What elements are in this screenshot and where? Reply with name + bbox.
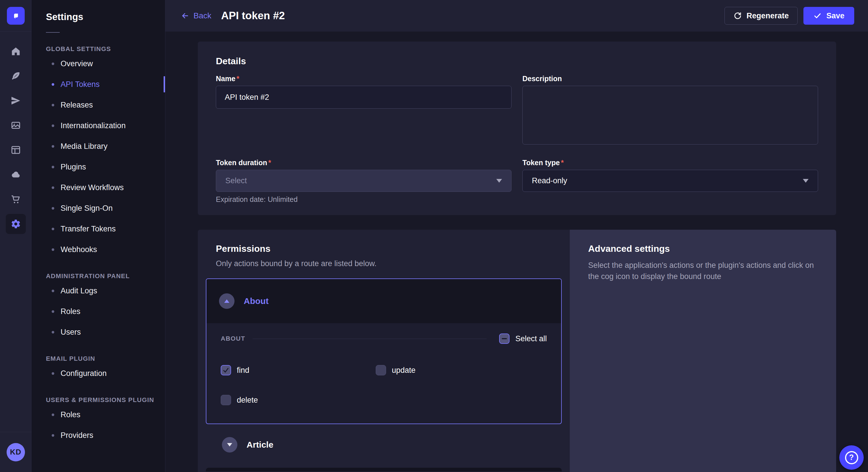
check-icon: [813, 11, 822, 20]
sidebar-item-plugins[interactable]: Plugins: [32, 157, 165, 177]
type-field-group: Token type* Read-only: [522, 159, 818, 204]
sidebar-item-label: Review Workflows: [61, 183, 124, 192]
rail-user-area: KD: [0, 432, 31, 472]
about-subsection-row: ABOUT Select all: [221, 334, 547, 344]
find-checkbox[interactable]: [221, 365, 231, 375]
feather-icon[interactable]: [0, 64, 32, 88]
accordion-article-header[interactable]: Article: [206, 436, 562, 454]
sidebar-item-media-library[interactable]: Media Library: [32, 136, 165, 157]
type-select[interactable]: Read-only: [522, 170, 818, 192]
advanced-settings-panel: Advanced settings Select the application…: [570, 230, 836, 472]
arrow-left-icon: [181, 11, 189, 20]
bullet-icon: [52, 310, 54, 313]
save-button[interactable]: Save: [803, 7, 854, 25]
sidebar-item-label: Transfer Tokens: [61, 225, 116, 233]
nav-section-global: GLOBAL SETTINGS Overview API Tokens Rele…: [32, 45, 165, 260]
check-icon: [222, 367, 229, 374]
sidebar-item-email-configuration[interactable]: Configuration: [32, 363, 165, 384]
cloud-icon[interactable]: [0, 162, 32, 187]
sidebar-item-transfer-tokens[interactable]: Transfer Tokens: [32, 218, 165, 239]
chevron-down-icon: [496, 179, 502, 183]
nav-section-label: EMAIL PLUGIN: [32, 355, 165, 363]
sidebar-item-up-roles[interactable]: Roles: [32, 404, 165, 425]
back-link[interactable]: Back: [181, 11, 211, 20]
bullet-icon: [52, 413, 54, 416]
gear-icon[interactable]: [0, 212, 32, 236]
question-mark-icon: ?: [845, 451, 858, 464]
permissions-panel: Permissions Only actions bound by a rout…: [198, 230, 570, 472]
bullet-icon: [52, 63, 54, 65]
update-checkbox[interactable]: [376, 365, 386, 375]
bullet-icon: [52, 166, 54, 168]
sidebar-item-webhooks[interactable]: Webhooks: [32, 239, 165, 260]
required-asterisk: *: [237, 74, 239, 83]
accordion-about: About ABOUT Select all: [206, 278, 562, 424]
select-all-checkbox-row[interactable]: Select all: [499, 334, 547, 344]
sidebar-item-label: Plugins: [61, 163, 86, 171]
sidebar-item-overview[interactable]: Overview: [32, 53, 165, 74]
select-all-checkbox[interactable]: [499, 334, 509, 344]
avatar[interactable]: KD: [7, 443, 25, 461]
duration-field-group: Token duration* Select Expiration date: …: [216, 159, 512, 204]
subnav-divider: [46, 32, 60, 33]
delete-checkbox[interactable]: [221, 395, 231, 405]
sidebar-item-admin-roles[interactable]: Roles: [32, 301, 165, 322]
strapi-logo[interactable]: [7, 7, 25, 25]
permissions-subtitle: Only actions bound by a route are listed…: [216, 259, 552, 268]
layout-icon[interactable]: [0, 138, 32, 162]
required-asterisk: *: [561, 159, 564, 167]
permission-label: update: [392, 366, 415, 375]
chevron-down-icon: [227, 443, 232, 446]
home-icon[interactable]: [0, 39, 32, 64]
sidebar-item-label: Releases: [61, 101, 93, 109]
collapse-toggle-button[interactable]: [219, 293, 235, 309]
sidebar-item-label: Configuration: [61, 369, 107, 378]
bullet-icon: [52, 372, 54, 375]
advanced-settings-title: Advanced settings: [588, 243, 818, 254]
rail-icons: [0, 32, 31, 236]
select-all-label: Select all: [515, 334, 547, 343]
duration-select[interactable]: Select: [216, 170, 512, 192]
regenerate-button[interactable]: Regenerate: [724, 7, 798, 25]
next-accordion-edge: [206, 468, 562, 471]
description-label: Description: [522, 74, 818, 83]
details-form: Name* Description Token duration* Select: [216, 74, 818, 204]
permission-delete-row[interactable]: delete: [221, 395, 376, 405]
sidebar-item-up-providers[interactable]: Providers: [32, 425, 165, 446]
logo-wrap: [0, 0, 31, 32]
sidebar-item-api-tokens[interactable]: API Tokens: [32, 74, 165, 95]
name-field-group: Name*: [216, 74, 512, 146]
regenerate-label: Regenerate: [747, 11, 789, 20]
bullet-icon: [52, 248, 54, 251]
bullet-icon: [52, 83, 54, 86]
sidebar-item-releases[interactable]: Releases: [32, 95, 165, 115]
main-area: Back API token #2 Regenerate Save Detail…: [165, 0, 868, 472]
accordion-about-header[interactable]: About: [206, 279, 561, 323]
chevron-up-icon: [224, 299, 229, 303]
sidebar-item-audit-logs[interactable]: Audit Logs: [32, 280, 165, 301]
required-asterisk: *: [268, 159, 271, 167]
duration-label: Token duration*: [216, 159, 512, 167]
media-images-icon[interactable]: [0, 113, 32, 138]
permission-find-row[interactable]: find: [221, 365, 376, 375]
sidebar-item-label: Providers: [61, 431, 93, 440]
sidebar-item-label: Roles: [61, 307, 81, 316]
help-button[interactable]: ?: [839, 445, 864, 470]
paper-plane-icon[interactable]: [0, 88, 32, 113]
expand-toggle-button[interactable]: [222, 437, 237, 452]
description-field-group: Description: [522, 74, 818, 146]
duration-select-value: Select: [225, 176, 247, 185]
details-card: Details Name* Description Token duration…: [198, 42, 836, 215]
cart-icon[interactable]: [0, 187, 32, 212]
sidebar-item-internationalization[interactable]: Internationalization: [32, 115, 165, 136]
gear-active-box: [6, 214, 26, 234]
settings-subnav: Settings GLOBAL SETTINGS Overview API To…: [32, 0, 165, 472]
sidebar-item-label: Roles: [61, 410, 81, 419]
sidebar-item-review-workflows[interactable]: Review Workflows: [32, 177, 165, 198]
permission-update-row[interactable]: update: [376, 365, 547, 375]
sidebar-item-admin-users[interactable]: Users: [32, 322, 165, 342]
name-input[interactable]: [216, 86, 512, 109]
description-textarea[interactable]: [522, 86, 818, 144]
nav-section-email-plugin: EMAIL PLUGIN Configuration: [32, 355, 165, 384]
sidebar-item-single-sign-on[interactable]: Single Sign-On: [32, 198, 165, 218]
